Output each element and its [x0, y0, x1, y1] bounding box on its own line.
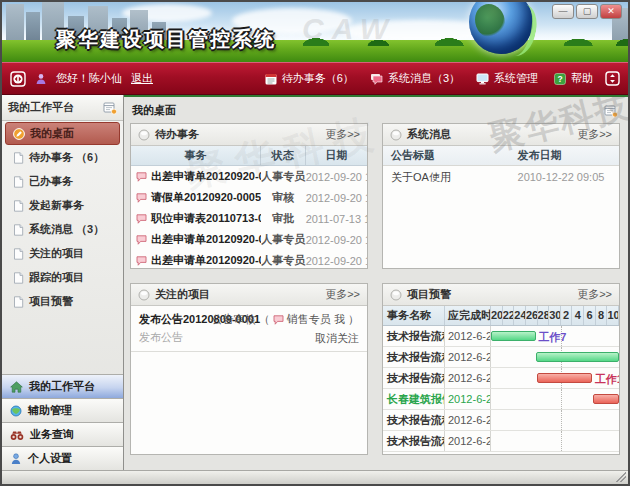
accordion-item-business-query[interactable]: 业务查询 — [2, 422, 123, 446]
gantt-date-tick: 4 — [572, 306, 584, 325]
todo-task-name: 职位申请表20110713-0026 — [131, 211, 261, 226]
resize-grip-icon[interactable] — [616, 472, 626, 482]
messages-panel-body: 公告标题 发布日期 关于OA使用2010-12-22 09:05 — [383, 146, 619, 268]
messages-panel-header: 系统消息 更多>> — [383, 124, 619, 146]
accordion-item-personal-settings[interactable]: 个人设置 — [2, 446, 123, 470]
panel-orb-icon — [390, 129, 402, 141]
gantt-date-scale: 202224262830246810 — [491, 306, 619, 325]
sidebar-item-project-warnings[interactable]: 项目预警 — [5, 290, 120, 313]
messages-table-header: 公告标题 发布日期 — [383, 146, 619, 166]
sidebar-header-label: 我的工作平台 — [8, 100, 74, 115]
user-greeting: 您好！陈小仙 — [56, 71, 122, 86]
toolbar-item-help[interactable]: ?帮助 — [554, 71, 593, 86]
sidebar-accordion: 我的工作平台辅助管理业务查询个人设置 — [2, 374, 123, 470]
accordion-item-label: 个人设置 — [28, 451, 72, 466]
followed-more-link[interactable]: 更多>> — [325, 287, 360, 302]
doc-icon — [13, 200, 24, 212]
todo-table-header: 事务 状态 日期 — [131, 146, 367, 166]
messages-rows: 关于OA使用2010-12-22 09:05 — [383, 166, 619, 188]
monitor-icon — [476, 73, 489, 85]
warnings-more-link[interactable]: 更多>> — [577, 287, 612, 302]
scroll-toggle-icon[interactable] — [605, 71, 620, 86]
panel-orb-icon — [390, 289, 402, 301]
toolbar-item-label: 系统消息（3） — [388, 71, 460, 86]
todo-row[interactable]: 请假单20120920-0005审核2012-09-20 14:05 — [131, 187, 367, 208]
collapse-sidebar-icon[interactable] — [10, 71, 26, 87]
panel-orb-icon — [138, 129, 150, 141]
sidebar-item-tracked-projects[interactable]: 跟踪的项目 — [5, 266, 120, 289]
followed-project-status: 公告审核 （销售专员 我 ）取消关注 — [253, 312, 359, 346]
gantt-row[interactable]: 技术报告流程2012-6-28 1工作10 — [383, 368, 619, 389]
desktop-settings-icon[interactable] — [604, 104, 618, 118]
followed-project-row[interactable]: 发布公告20120809-0001发布公告公告审核 （销售专员 我 ）取消关注 — [131, 306, 367, 352]
accordion-item-work-platform[interactable]: 我的工作平台 — [2, 374, 123, 398]
accordion-item-aux-admin[interactable]: 辅助管理 — [2, 398, 123, 422]
gantt-date-tick: 2 — [561, 306, 573, 325]
gantt-row[interactable]: 长春建筑报告2012-6-26 1 — [383, 389, 619, 410]
toolbar-item-todo[interactable]: 待办事务（6） — [265, 71, 354, 86]
todo-row[interactable]: 出差申请单20120920-0003人事专员2012-09-20 13:21 — [131, 229, 367, 250]
user-icon — [35, 73, 47, 85]
sidebar-item-messages[interactable]: 系统消息 （3） — [5, 218, 120, 241]
doc-icon — [13, 224, 24, 236]
gantt-date-tick: 22 — [503, 306, 515, 325]
todo-row[interactable]: 出差申请单20120920-0002人事专员2012-09-20 10:31 — [131, 250, 367, 268]
sidebar-item-label: 跟踪的项目 — [29, 270, 84, 285]
sidebar-item-new-task[interactable]: 发起新事务 — [5, 194, 120, 217]
todo-row[interactable]: 职位申请表20110713-0026审批2011-07-13 15:05 — [131, 208, 367, 229]
gantt-row[interactable]: 技术报告流程2012-6-28 1工作7 — [383, 326, 619, 347]
gantt-header: 事务名称 应完成时间 202224262830246810 — [383, 306, 619, 326]
logout-link[interactable]: 退出 — [131, 71, 153, 86]
todo-task-label: 出差申请单20120920-0004 — [151, 169, 261, 184]
gantt-timeline — [491, 347, 619, 367]
gantt-task-name: 技术报告流程 — [383, 347, 445, 367]
app-banner: CAW 聚华建设项目管控系统 — ▢ ✕ — [2, 2, 628, 62]
sidebar-item-followed-projects[interactable]: 关注的项目 — [5, 242, 120, 265]
toolbar-left: 您好！陈小仙 退出 — [10, 71, 153, 87]
gantt-due-time: 2012-6-26 1 — [445, 389, 491, 409]
todo-row[interactable]: 出差申请单20120920-0004人事专员2012-09-20 13:54 — [131, 166, 367, 187]
todo-col-status: 状态 — [261, 146, 306, 165]
maximize-button[interactable]: ▢ — [576, 4, 598, 19]
followed-panel: 关注的项目 更多>> 发布公告20120809-0001发布公告公告审核 （销售… — [130, 283, 368, 455]
todo-col-task: 事务 — [131, 146, 261, 165]
gantt-task-name: 技术报告流程 — [383, 326, 445, 346]
home-icon — [10, 381, 23, 393]
message-title: 关于OA使用 — [383, 170, 518, 185]
toolbar-item-messages[interactable]: 系统消息（3） — [370, 71, 460, 86]
todo-task-status: 人事专员 — [261, 232, 306, 247]
accordion-item-label: 我的工作平台 — [29, 379, 95, 394]
gantt-date-tick: 20 — [491, 306, 503, 325]
messages-col-title: 公告标题 — [383, 148, 518, 163]
gantt-timeline — [491, 431, 619, 451]
minimize-button[interactable]: — — [552, 4, 574, 19]
gantt-due-time: 2012-6-28 1 — [445, 410, 491, 430]
gantt-row[interactable]: 技术报告流程2012-6-28 1 — [383, 410, 619, 431]
sidebar-item-desktop[interactable]: 我的桌面 — [5, 122, 120, 145]
gantt-row[interactable]: 技术报告流程2012-6-28 1 — [383, 431, 619, 452]
chat-bubble-icon — [136, 172, 147, 182]
toolbar-item-label: 帮助 — [571, 71, 593, 86]
sidebar-item-label: 我的桌面 — [30, 126, 74, 141]
todo-col-date: 日期 — [306, 146, 367, 165]
gantt-task-name: 技术报告流程 — [383, 410, 445, 430]
doc-icon — [13, 176, 24, 188]
followed-status-line: 公告审核 （销售专员 我 ） — [253, 312, 359, 327]
todo-task-date: 2011-07-13 15:05 — [306, 213, 367, 225]
gantt-bar-green — [491, 331, 536, 341]
close-button[interactable]: ✕ — [600, 4, 622, 19]
message-row[interactable]: 关于OA使用2010-12-22 09:05 — [383, 166, 619, 188]
sidebar-item-done[interactable]: 已办事务 — [5, 170, 120, 193]
gantt-date-tick: 28 — [538, 306, 550, 325]
sidebar-header: 我的工作平台 — [2, 95, 123, 121]
gantt-due-time: 2012-6-28 1 — [445, 347, 491, 367]
toolbar-item-system-admin[interactable]: 系统管理 — [476, 71, 538, 86]
sidebar-item-todo[interactable]: 待办事务 （6） — [5, 146, 120, 169]
platform-settings-icon[interactable] — [103, 101, 117, 115]
messages-more-link[interactable]: 更多>> — [577, 127, 612, 142]
gantt-row[interactable]: 技术报告流程2012-6-28 1 — [383, 347, 619, 368]
gantt-task-name: 长春建筑报告 — [383, 389, 445, 409]
unfollow-link[interactable]: 取消关注 — [253, 331, 359, 346]
todo-more-link[interactable]: 更多>> — [325, 127, 360, 142]
gantt-bar-green — [536, 352, 619, 362]
